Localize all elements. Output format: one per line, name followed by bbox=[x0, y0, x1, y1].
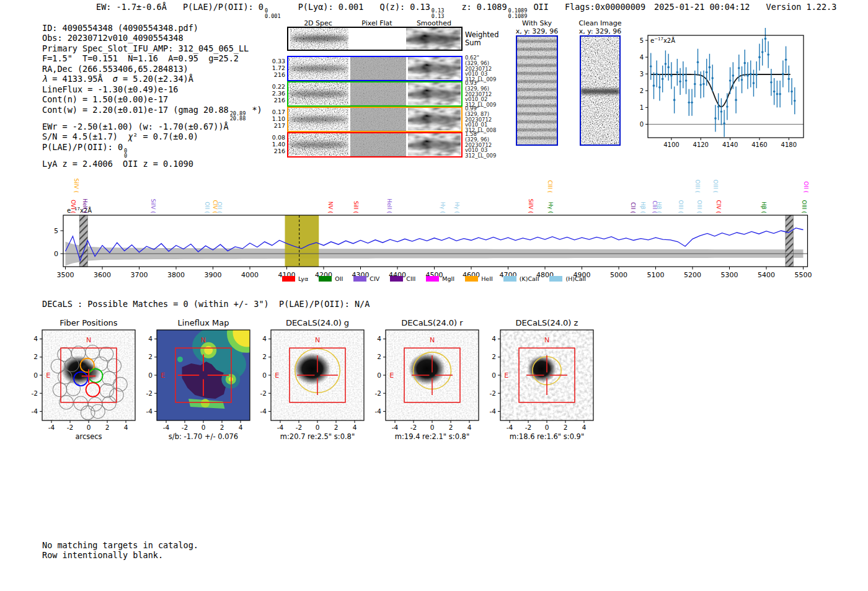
withsky-coords: x, y: 329, 96 bbox=[513, 27, 560, 35]
svg-text:E: E bbox=[161, 371, 165, 380]
svg-text:0: 0 bbox=[640, 121, 644, 128]
cutout-panel-img-2: DECaLS(24.0) gNE-4-4-2-2002244m:20.7 re:… bbox=[254, 318, 381, 444]
legend-swatch bbox=[319, 276, 332, 282]
svg-text:-4: -4 bbox=[48, 424, 55, 431]
withsky-title: With Sky bbox=[513, 19, 560, 27]
legend-swatch bbox=[353, 276, 366, 282]
svg-text:2: 2 bbox=[262, 353, 267, 360]
svg-text:0: 0 bbox=[492, 371, 496, 379]
elixer-detection-report: EW: -1.7±-0.6Å P(LAE)/P(OII): 000.001 P(… bbox=[0, 0, 868, 591]
z-value: z: 0.1089 bbox=[461, 2, 507, 12]
svg-text:0: 0 bbox=[148, 371, 153, 379]
svg-text:2: 2 bbox=[640, 87, 644, 94]
fiber-row-id: 0.62"(329, 96)20230712v010_03312_LL_009 bbox=[465, 55, 508, 82]
svg-text:DECaLS(24.0) z: DECaLS(24.0) z bbox=[516, 318, 578, 327]
svg-text:Fiber Positions: Fiber Positions bbox=[60, 318, 117, 327]
svg-text:2: 2 bbox=[492, 353, 496, 360]
svg-text:e−17x2Å: e−17x2Å bbox=[650, 37, 675, 44]
legend-item: (K)CaII bbox=[503, 275, 539, 282]
legend-swatch bbox=[465, 276, 478, 282]
svg-text:4160: 4160 bbox=[751, 141, 767, 148]
fiber-row-id: 0.99"(329, 87)20230712v010_01312_LL_008 bbox=[465, 106, 508, 133]
svg-text:4: 4 bbox=[33, 335, 38, 342]
svg-text:N: N bbox=[430, 336, 435, 344]
cutout-panel-img-4: DECaLS(24.0) zNE-4-4-2-2002244m:18.6 re:… bbox=[483, 318, 611, 444]
cutout-xlabel: m:18.6 re:1.6" s:0.9" bbox=[510, 432, 584, 441]
svg-text:-2: -2 bbox=[296, 424, 302, 431]
withsky-noise bbox=[517, 37, 557, 144]
svg-text:-4: -4 bbox=[375, 407, 382, 415]
svg-text:-4: -4 bbox=[277, 424, 284, 431]
legend-item: Lyα bbox=[282, 275, 308, 282]
line-label-oii: OIII ( bbox=[801, 200, 807, 213]
line-label-caii: Hβ ( bbox=[640, 202, 646, 213]
line-label-oii: Hγ ( bbox=[547, 202, 554, 213]
svg-text:-4: -4 bbox=[507, 424, 513, 431]
svg-text:E: E bbox=[389, 371, 394, 380]
svg-text:4: 4 bbox=[148, 335, 153, 342]
line-label-caii: OIII ( bbox=[712, 180, 719, 193]
svg-text:-2: -2 bbox=[375, 389, 381, 397]
svg-text:0: 0 bbox=[430, 424, 435, 431]
svg-text:0: 0 bbox=[316, 424, 320, 431]
withsky-image bbox=[516, 35, 558, 146]
line-label-caii: OIII ( bbox=[678, 200, 684, 213]
z-line-id: OII bbox=[533, 2, 548, 12]
line-fit-inset-plot: 41004120414041604180012345e−17x2Å bbox=[632, 28, 837, 152]
svg-text:5: 5 bbox=[54, 227, 58, 235]
decals-match-line: DECaLS : Possible Matches = 0 (within +/… bbox=[42, 299, 370, 309]
line-label-lya: SiIV ( bbox=[528, 199, 534, 213]
spec2d-fiber-row bbox=[287, 81, 463, 107]
footer-line-2: Row intentionally blank. bbox=[42, 550, 163, 560]
flags-value: Flags:0x00000009 bbox=[565, 2, 645, 12]
plae-poii-range: 00.001 bbox=[265, 8, 281, 19]
fiber-row-weights: 0.222.36216 bbox=[260, 83, 285, 104]
svg-text:4: 4 bbox=[640, 54, 644, 61]
line-label-lya: OVI ( bbox=[70, 200, 76, 213]
svg-text:-2: -2 bbox=[410, 424, 417, 431]
svg-text:4: 4 bbox=[377, 335, 381, 342]
weighted-sum-label: Weighted Sum bbox=[465, 31, 498, 47]
svg-text:0: 0 bbox=[377, 371, 381, 379]
svg-text:4: 4 bbox=[262, 335, 267, 342]
header-summary: EW: -1.7±-0.6Å P(LAE)/P(OII): 000.001 P(… bbox=[96, 2, 645, 19]
svg-text:0: 0 bbox=[87, 424, 91, 431]
fiber-row-id: 0.93"(329, 96)20230712v010_02312_LL_009 bbox=[465, 81, 508, 108]
footer-line-1: No matching targets in catalog. bbox=[42, 540, 198, 550]
svg-text:5: 5 bbox=[640, 37, 644, 44]
svg-text:DECaLS(24.0) r: DECaLS(24.0) r bbox=[401, 318, 463, 327]
ew-value: EW: -1.7±-0.6Å bbox=[96, 2, 167, 12]
svg-text:4: 4 bbox=[353, 424, 357, 431]
svg-text:2: 2 bbox=[564, 424, 568, 431]
svg-text:4: 4 bbox=[492, 335, 496, 342]
svg-text:4180: 4180 bbox=[781, 141, 797, 148]
svg-text:4: 4 bbox=[124, 424, 128, 431]
cutout-xlabel: m:19.4 re:2.1" s:0.8" bbox=[395, 432, 469, 441]
line-label-lya: SiII ( bbox=[353, 201, 359, 213]
svg-text:4120: 4120 bbox=[693, 141, 709, 148]
detection-info-block: ID: 4090554348 (4090554348.pdf)Obs: 2023… bbox=[42, 23, 262, 169]
line-label-caii: OIII ( bbox=[694, 180, 701, 193]
line-label-caii: Hβ ( bbox=[656, 202, 662, 213]
z-range: 0.10890.1089 bbox=[508, 8, 528, 19]
svg-text:-4: -4 bbox=[260, 407, 267, 415]
svg-text:DECaLS(24.0) g: DECaLS(24.0) g bbox=[286, 318, 349, 327]
fiber-row-weights: 0.081.40216 bbox=[260, 134, 285, 154]
line-label-oii: Hβ ( bbox=[761, 202, 767, 213]
svg-text:0: 0 bbox=[54, 250, 58, 258]
svg-text:4140: 4140 bbox=[722, 141, 738, 148]
legend-item: OII bbox=[319, 275, 343, 282]
svg-text:-2: -2 bbox=[32, 389, 38, 397]
svg-text:2: 2 bbox=[220, 424, 224, 431]
svg-text:-4: -4 bbox=[163, 424, 170, 431]
fiber-row-weights: 0.331.72216 bbox=[260, 58, 285, 78]
legend-swatch bbox=[503, 276, 516, 282]
emission-line-legend: LyαOIICIVCIIIMgIIHeII(K)CaII(H)CaII bbox=[0, 275, 868, 282]
emission-trace-band bbox=[581, 89, 619, 94]
fiber-row-id: 1.58"(329, 96)20230712v010_03312_LL_009 bbox=[465, 131, 508, 159]
header-datetime: 2025-01-21 00:04:12 Version 1.22.3 bbox=[654, 2, 836, 12]
legend-item: CIII bbox=[390, 275, 415, 282]
line-label-ciii: HeII ( bbox=[82, 198, 88, 213]
svg-text:N: N bbox=[86, 336, 91, 344]
svg-text:-2: -2 bbox=[182, 424, 188, 431]
